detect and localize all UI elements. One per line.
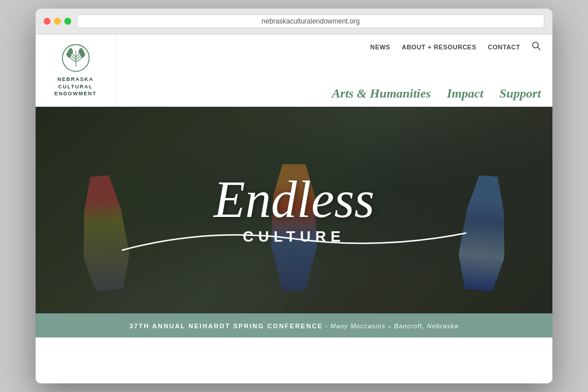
site-header: NEBRASKA CULTURAL ENDOWMENT NEWS ABOUT +… — [36, 34, 552, 107]
hero-section: Endless CULTURE — [36, 107, 552, 313]
close-button[interactable] — [44, 18, 51, 25]
nav-contact[interactable]: CONTACT — [488, 44, 520, 51]
search-icon[interactable] — [532, 41, 541, 53]
fullscreen-button[interactable] — [64, 18, 71, 25]
nav-about-resources[interactable]: ABOUT + RESOURCES — [402, 44, 477, 51]
main-nav: Arts & Humanities Impact Support — [116, 86, 552, 107]
website-content: NEBRASKA CULTURAL ENDOWMENT NEWS ABOUT +… — [36, 34, 552, 383]
caption-separator: - — [325, 323, 330, 329]
nav-arts-humanities[interactable]: Arts & Humanities — [332, 86, 431, 101]
header-right: NEWS ABOUT + RESOURCES CONTACT Arts & Hu… — [116, 34, 552, 107]
nav-impact[interactable]: Impact — [447, 86, 483, 101]
logo-icon — [61, 44, 90, 72]
hero-culture-text: CULTURE — [243, 228, 345, 246]
caption-text: 37TH ANNUAL NEIHARDT SPRING CONFERENCE -… — [129, 323, 458, 329]
hero-text-container: Endless CULTURE — [36, 107, 552, 313]
svg-line-8 — [538, 48, 540, 50]
caption-event: 37TH ANNUAL NEIHARDT SPRING CONFERENCE — [129, 323, 323, 329]
address-bar[interactable]: nebraskaculturalendowment.org — [77, 14, 544, 28]
nav-news[interactable]: NEWS — [370, 44, 390, 51]
top-nav: NEWS ABOUT + RESOURCES CONTACT — [116, 34, 552, 57]
logo-text: NEBRASKA CULTURAL ENDOWMENT — [55, 76, 97, 98]
logo-block[interactable]: NEBRASKA CULTURAL ENDOWMENT — [36, 34, 116, 107]
traffic-lights — [44, 18, 71, 25]
minimize-button[interactable] — [54, 18, 61, 25]
bottom-content-area — [36, 337, 552, 383]
caption-bar: 37TH ANNUAL NEIHARDT SPRING CONFERENCE -… — [36, 313, 552, 337]
browser-chrome: nebraskaculturalendowment.org — [36, 9, 552, 34]
browser-window: nebraskaculturalendowment.org — [36, 9, 552, 383]
caption-location: Many Moccasins – Bancroft, Nebraska — [330, 323, 458, 329]
hero-endless-text: Endless — [214, 174, 374, 226]
nav-support[interactable]: Support — [500, 86, 541, 101]
